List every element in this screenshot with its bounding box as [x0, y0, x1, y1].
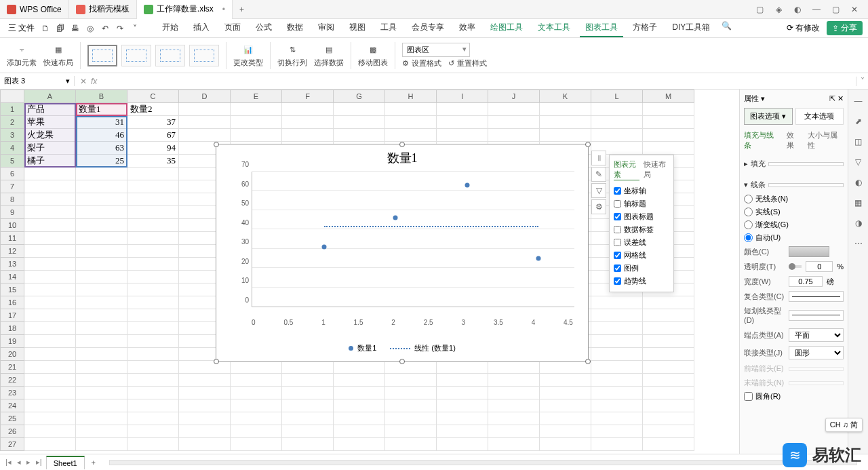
- cell[interactable]: [231, 361, 282, 374]
- cell[interactable]: [76, 438, 127, 451]
- radio-no-line[interactable]: 无线条(N): [744, 193, 844, 205]
- select-data-button[interactable]: ▤选择数据: [314, 43, 344, 68]
- cell[interactable]: [179, 438, 231, 451]
- cell[interactable]: [282, 103, 334, 116]
- popup-checkbox[interactable]: 坐标轴: [614, 184, 669, 197]
- close-icon[interactable]: •: [222, 5, 225, 14]
- cell[interactable]: 25: [76, 155, 127, 168]
- strip-sheet-icon[interactable]: ▦: [852, 197, 865, 209]
- chart-handle[interactable]: [214, 359, 219, 364]
- cell[interactable]: 苹果: [24, 116, 76, 129]
- cell[interactable]: [24, 283, 76, 296]
- fx-icon[interactable]: fx: [91, 77, 97, 86]
- cell[interactable]: [24, 296, 76, 309]
- cell[interactable]: 火龙果: [24, 129, 76, 142]
- cell[interactable]: [76, 374, 127, 387]
- cell[interactable]: [24, 245, 76, 258]
- cell[interactable]: 橘子: [24, 155, 76, 168]
- cell[interactable]: [540, 399, 591, 412]
- cell[interactable]: [591, 412, 643, 425]
- cell[interactable]: [334, 116, 385, 129]
- cell[interactable]: [24, 399, 76, 412]
- cell[interactable]: [282, 425, 334, 438]
- cell[interactable]: [540, 387, 591, 399]
- cell[interactable]: [127, 296, 179, 309]
- pin-icon[interactable]: ⇱: [829, 94, 835, 102]
- cell[interactable]: [76, 309, 127, 322]
- cell[interactable]: [76, 258, 127, 271]
- cell[interactable]: [437, 412, 488, 425]
- share-button[interactable]: ⇪ 分享: [827, 21, 863, 35]
- cell[interactable]: [385, 412, 437, 425]
- cell[interactable]: [76, 168, 127, 180]
- rowhead[interactable]: 16: [0, 296, 24, 309]
- cell[interactable]: [643, 322, 694, 335]
- cell[interactable]: [437, 438, 488, 451]
- cell[interactable]: [385, 103, 437, 116]
- chart-handle[interactable]: [585, 142, 591, 147]
- tab-start[interactable]: 开始: [157, 19, 184, 37]
- tab-formula[interactable]: 公式: [250, 19, 277, 37]
- strip-minimize-icon[interactable]: —: [852, 95, 865, 107]
- cell[interactable]: [76, 180, 127, 193]
- cancel-icon[interactable]: ✕: [80, 77, 87, 86]
- colhead-a[interactable]: A: [24, 90, 76, 103]
- move-chart-button[interactable]: ▩移动图表: [358, 43, 388, 68]
- tab-diy[interactable]: DIY工具箱: [667, 19, 715, 37]
- cell[interactable]: [231, 103, 282, 116]
- cell[interactable]: 63: [76, 142, 127, 155]
- transparency-slider[interactable]: [789, 265, 802, 268]
- cell[interactable]: [76, 193, 127, 206]
- join-select[interactable]: 圆形: [789, 346, 844, 359]
- radio-auto[interactable]: 自动(U): [744, 231, 844, 244]
- popup-checkbox[interactable]: 图表标题: [614, 210, 669, 223]
- fill-select[interactable]: [768, 162, 844, 166]
- cell[interactable]: [24, 232, 76, 245]
- maximize-button[interactable]: ▢: [830, 4, 841, 15]
- cell[interactable]: [76, 412, 127, 425]
- line-select[interactable]: [768, 183, 844, 187]
- cell[interactable]: [591, 116, 643, 129]
- cell[interactable]: [385, 129, 437, 142]
- export-icon[interactable]: 🗐: [54, 22, 67, 35]
- cell[interactable]: [385, 425, 437, 438]
- tab-template[interactable]: 找稻壳模板: [69, 0, 137, 19]
- tab-data[interactable]: 数据: [281, 19, 309, 37]
- cell[interactable]: 37: [127, 116, 179, 129]
- chart-point[interactable]: [321, 244, 326, 249]
- compound-select[interactable]: [789, 291, 844, 302]
- cell[interactable]: [488, 129, 540, 142]
- tab-draw-tools[interactable]: 绘图工具: [485, 19, 528, 37]
- popup-tab-layout[interactable]: 快速布局: [644, 159, 669, 180]
- tab-efficiency[interactable]: 效率: [454, 19, 481, 37]
- cell[interactable]: [231, 412, 282, 425]
- rowhead[interactable]: 25: [0, 412, 24, 425]
- strip-lock-icon[interactable]: ◐: [852, 176, 865, 189]
- tab-tools[interactable]: 工具: [375, 19, 402, 37]
- cell[interactable]: [24, 206, 76, 219]
- cell[interactable]: [540, 361, 591, 374]
- cell[interactable]: [591, 387, 643, 399]
- cell[interactable]: [282, 129, 334, 142]
- cell[interactable]: [76, 283, 127, 296]
- sheet-first[interactable]: |◂: [4, 458, 13, 467]
- cell[interactable]: [24, 361, 76, 374]
- rowhead[interactable]: 23: [0, 387, 24, 399]
- chart-point[interactable]: [465, 182, 469, 187]
- tab-member[interactable]: 会员专享: [406, 19, 450, 37]
- cell[interactable]: [76, 271, 127, 283]
- cell[interactable]: [282, 438, 334, 451]
- cell[interactable]: [179, 129, 231, 142]
- cell[interactable]: [540, 129, 591, 142]
- cell[interactable]: [127, 180, 179, 193]
- cell[interactable]: [437, 116, 488, 129]
- cell[interactable]: [385, 374, 437, 387]
- cell[interactable]: [437, 374, 488, 387]
- rowhead[interactable]: 5: [0, 155, 24, 168]
- cell[interactable]: [540, 103, 591, 116]
- chart-point[interactable]: [393, 216, 398, 220]
- cell[interactable]: [488, 438, 540, 451]
- chart-handle[interactable]: [214, 142, 219, 147]
- cell[interactable]: [334, 387, 385, 399]
- cell[interactable]: [334, 374, 385, 387]
